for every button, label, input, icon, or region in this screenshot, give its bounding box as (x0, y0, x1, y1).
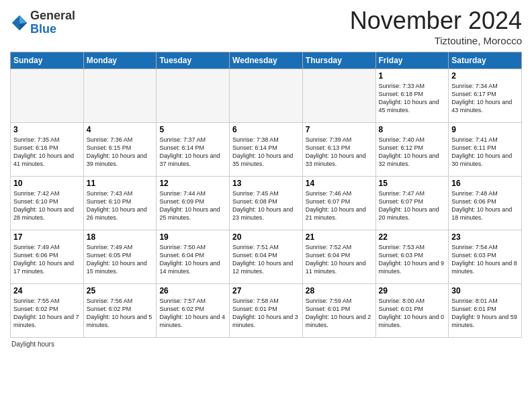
calendar-cell: 15Sunrise: 7:47 AM Sunset: 6:07 PM Dayli… (375, 177, 449, 230)
week-row-1: 3Sunrise: 7:35 AM Sunset: 6:16 PM Daylig… (11, 123, 522, 177)
svg-marker-2 (19, 23, 27, 30)
day-number: 20 (232, 232, 300, 242)
day-number: 17 (13, 232, 81, 242)
day-info: Sunrise: 7:51 AM Sunset: 6:04 PM Dayligh… (232, 243, 300, 276)
day-header-thursday: Thursday (302, 52, 375, 69)
calendar-cell: 14Sunrise: 7:46 AM Sunset: 6:07 PM Dayli… (302, 177, 375, 230)
calendar-cell: 29Sunrise: 8:00 AM Sunset: 6:01 PM Dayli… (375, 284, 449, 338)
day-header-saturday: Saturday (449, 52, 522, 69)
day-info: Sunrise: 7:37 AM Sunset: 6:14 PM Dayligh… (159, 136, 226, 169)
day-info: Sunrise: 7:45 AM Sunset: 6:08 PM Dayligh… (232, 189, 300, 222)
day-number: 10 (13, 179, 81, 188)
calendar-cell: 28Sunrise: 7:59 AM Sunset: 6:01 PM Dayli… (302, 284, 375, 338)
day-info: Sunrise: 7:57 AM Sunset: 6:02 PM Dayligh… (159, 297, 226, 330)
day-number: 19 (159, 232, 226, 242)
day-info: Sunrise: 7:33 AM Sunset: 6:18 PM Dayligh… (379, 82, 446, 115)
month-title: November 2024 (350, 7, 522, 35)
calendar-cell: 24Sunrise: 7:55 AM Sunset: 6:02 PM Dayli… (11, 284, 84, 338)
day-header-monday: Monday (83, 52, 157, 69)
calendar-cell: 1Sunrise: 7:33 AM Sunset: 6:18 PM Daylig… (375, 69, 449, 123)
day-info: Sunrise: 7:59 AM Sunset: 6:01 PM Dayligh… (306, 297, 373, 330)
location: Tiztoutine, Morocco (350, 35, 522, 46)
day-number: 14 (306, 179, 373, 188)
calendar-cell: 20Sunrise: 7:51 AM Sunset: 6:04 PM Dayli… (230, 230, 303, 284)
day-header-tuesday: Tuesday (157, 52, 230, 69)
calendar-cell: 13Sunrise: 7:45 AM Sunset: 6:08 PM Dayli… (230, 177, 303, 230)
calendar-cell: 25Sunrise: 7:56 AM Sunset: 6:02 PM Dayli… (83, 284, 157, 338)
calendar-cell (83, 69, 157, 123)
day-info: Sunrise: 7:49 AM Sunset: 6:06 PM Dayligh… (13, 243, 81, 276)
day-info: Sunrise: 7:41 AM Sunset: 6:11 PM Dayligh… (451, 136, 519, 169)
day-info: Sunrise: 7:49 AM Sunset: 6:05 PM Dayligh… (87, 243, 154, 276)
svg-marker-1 (19, 15, 27, 24)
day-number: 12 (159, 179, 226, 188)
day-info: Sunrise: 7:34 AM Sunset: 6:17 PM Dayligh… (451, 82, 519, 115)
day-info: Sunrise: 7:53 AM Sunset: 6:03 PM Dayligh… (379, 243, 446, 276)
day-number: 18 (87, 232, 154, 242)
day-info: Sunrise: 7:43 AM Sunset: 6:10 PM Dayligh… (87, 189, 154, 222)
day-info: Sunrise: 7:52 AM Sunset: 6:04 PM Dayligh… (306, 243, 373, 276)
footer-note: Daylight hours (10, 340, 522, 348)
header: General Blue November 2024 Tiztoutine, M… (10, 7, 522, 46)
week-row-2: 10Sunrise: 7:42 AM Sunset: 6:10 PM Dayli… (11, 177, 522, 230)
day-number: 22 (379, 232, 446, 242)
day-info: Sunrise: 7:54 AM Sunset: 6:03 PM Dayligh… (451, 243, 519, 276)
day-number: 16 (451, 179, 519, 188)
day-number: 30 (451, 286, 519, 295)
day-header-wednesday: Wednesday (230, 52, 303, 69)
day-number: 11 (87, 179, 154, 188)
day-number: 25 (87, 286, 154, 295)
day-number: 15 (379, 179, 446, 188)
day-number: 26 (159, 286, 226, 295)
day-number: 4 (87, 125, 154, 134)
day-info: Sunrise: 7:39 AM Sunset: 6:13 PM Dayligh… (306, 136, 373, 169)
day-info: Sunrise: 8:01 AM Sunset: 6:01 PM Dayligh… (451, 297, 519, 330)
day-info: Sunrise: 7:50 AM Sunset: 6:04 PM Dayligh… (159, 243, 226, 276)
calendar-cell: 27Sunrise: 7:58 AM Sunset: 6:01 PM Dayli… (230, 284, 303, 338)
day-header-friday: Friday (375, 52, 449, 69)
day-info: Sunrise: 7:38 AM Sunset: 6:14 PM Dayligh… (232, 136, 300, 169)
day-header-sunday: Sunday (11, 52, 84, 69)
day-number: 29 (379, 286, 446, 295)
week-row-4: 24Sunrise: 7:55 AM Sunset: 6:02 PM Dayli… (11, 284, 522, 338)
calendar-cell: 5Sunrise: 7:37 AM Sunset: 6:14 PM Daylig… (157, 123, 230, 177)
day-number: 7 (306, 125, 373, 134)
day-info: Sunrise: 7:42 AM Sunset: 6:10 PM Dayligh… (13, 189, 81, 222)
day-info: Sunrise: 7:35 AM Sunset: 6:16 PM Dayligh… (13, 136, 81, 169)
day-info: Sunrise: 7:56 AM Sunset: 6:02 PM Dayligh… (87, 297, 154, 330)
day-number: 1 (379, 71, 446, 81)
calendar-cell: 9Sunrise: 7:41 AM Sunset: 6:11 PM Daylig… (449, 123, 522, 177)
calendar-cell: 2Sunrise: 7:34 AM Sunset: 6:17 PM Daylig… (449, 69, 522, 123)
day-number: 6 (232, 125, 300, 134)
calendar-cell (302, 69, 375, 123)
calendar-cell: 26Sunrise: 7:57 AM Sunset: 6:02 PM Dayli… (157, 284, 230, 338)
logo-icon (10, 13, 29, 32)
day-number: 3 (13, 125, 81, 134)
day-number: 23 (451, 232, 519, 242)
day-info: Sunrise: 7:47 AM Sunset: 6:07 PM Dayligh… (379, 189, 446, 222)
day-info: Sunrise: 7:44 AM Sunset: 6:09 PM Dayligh… (159, 189, 226, 222)
calendar-cell: 19Sunrise: 7:50 AM Sunset: 6:04 PM Dayli… (157, 230, 230, 284)
day-number: 21 (306, 232, 373, 242)
day-number: 5 (159, 125, 226, 134)
day-number: 13 (232, 179, 300, 188)
logo-text: General Blue (30, 9, 75, 36)
day-number: 24 (13, 286, 81, 295)
calendar-cell: 30Sunrise: 8:01 AM Sunset: 6:01 PM Dayli… (449, 284, 522, 338)
day-info: Sunrise: 7:48 AM Sunset: 6:06 PM Dayligh… (451, 189, 519, 222)
calendar-cell: 18Sunrise: 7:49 AM Sunset: 6:05 PM Dayli… (83, 230, 157, 284)
week-row-0: 1Sunrise: 7:33 AM Sunset: 6:18 PM Daylig… (11, 69, 522, 123)
day-number: 27 (232, 286, 300, 295)
calendar-cell: 6Sunrise: 7:38 AM Sunset: 6:14 PM Daylig… (230, 123, 303, 177)
day-number: 28 (306, 286, 373, 295)
day-info: Sunrise: 7:36 AM Sunset: 6:15 PM Dayligh… (87, 136, 154, 169)
title-block: November 2024 Tiztoutine, Morocco (350, 7, 522, 46)
calendar-cell: 3Sunrise: 7:35 AM Sunset: 6:16 PM Daylig… (11, 123, 84, 177)
week-row-3: 17Sunrise: 7:49 AM Sunset: 6:06 PM Dayli… (11, 230, 522, 284)
calendar-cell: 10Sunrise: 7:42 AM Sunset: 6:10 PM Dayli… (11, 177, 84, 230)
calendar-cell (11, 69, 84, 123)
day-info: Sunrise: 7:40 AM Sunset: 6:12 PM Dayligh… (379, 136, 446, 169)
calendar-cell: 4Sunrise: 7:36 AM Sunset: 6:15 PM Daylig… (83, 123, 157, 177)
calendar-header-row: SundayMondayTuesdayWednesdayThursdayFrid… (11, 52, 522, 69)
calendar-cell: 21Sunrise: 7:52 AM Sunset: 6:04 PM Dayli… (302, 230, 375, 284)
